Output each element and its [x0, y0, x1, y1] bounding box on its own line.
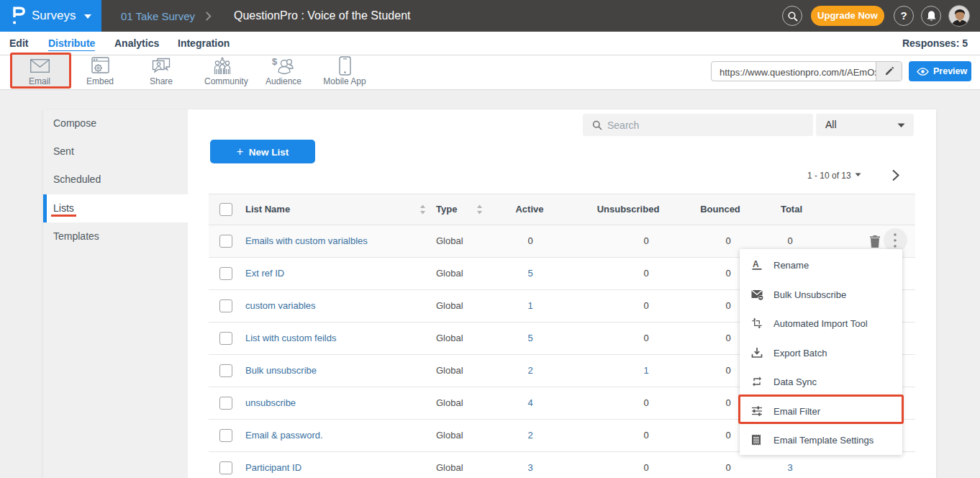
svg-text:$: $ — [272, 57, 278, 67]
svg-text:A: A — [753, 259, 759, 269]
